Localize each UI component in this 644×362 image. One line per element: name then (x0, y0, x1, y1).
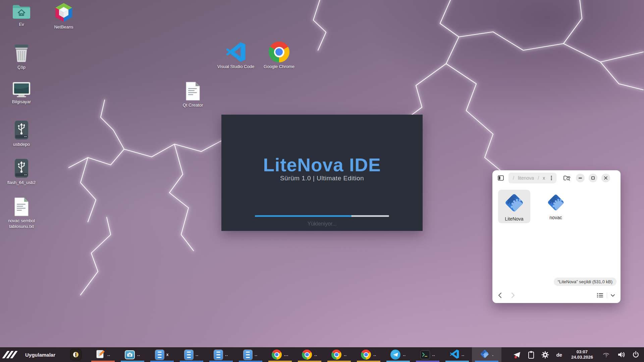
taskbar-window-chrome-3[interactable]: .. (324, 347, 354, 362)
taskbar-window-chrome-1[interactable]: ... (265, 347, 295, 362)
vscode-icon (450, 349, 459, 360)
taskbar-window-chrome-2[interactable]: .. (295, 347, 324, 362)
desktop-icon-trash[interactable]: Çöp (1, 44, 42, 70)
desktop-icon-computer[interactable]: Bilgisayar (1, 81, 42, 105)
folder-search-icon[interactable] (562, 173, 572, 183)
computer-icon (12, 81, 31, 98)
file-manager-body: LiteNova novac “LiteNova” (492, 186, 621, 288)
taskbar-window-files-3[interactable]: .. (206, 347, 236, 362)
desktop-icon-label: usbdepo (13, 142, 30, 147)
window-title: .. (255, 352, 258, 357)
taskbar-window-chrome-4[interactable]: .. (354, 347, 383, 362)
list-view-icon[interactable] (597, 293, 603, 298)
litenova-splash-screen: LiteNova IDE Sürüm 1.0 | Ultimate Editio… (221, 115, 423, 231)
desktop-icon-label: Bilgisayar (12, 99, 31, 105)
usb-drive-icon (13, 120, 30, 140)
minimize-button[interactable] (576, 174, 585, 182)
taskbar-window-vscode[interactable]: .. (442, 347, 472, 362)
desktop-icon-label: Visual Studio Code (217, 64, 254, 70)
desktop-icon-label: Ev (19, 22, 24, 27)
chevron-down-icon[interactable] (610, 294, 615, 297)
file-item-litenova[interactable]: LiteNova (498, 190, 530, 223)
window-indicator (239, 361, 262, 362)
window-indicator (386, 361, 410, 362)
text-editor-icon (96, 349, 105, 360)
window-title: .. (137, 352, 140, 357)
sidebar-toggle-button[interactable] (496, 173, 506, 183)
file-manager-headerbar[interactable]: / litenova / x (492, 170, 621, 186)
desktop-icon-flash64usb2[interactable]: flash_64_usb2 (1, 158, 42, 186)
document-icon (185, 81, 201, 101)
breadcrumb-segment-litenova[interactable]: litenova (518, 175, 534, 181)
window-title: .. (344, 352, 347, 357)
home-folder-icon (12, 4, 31, 20)
desktop: Ev NetBeans (0, 0, 644, 362)
taskbar-window-files-2[interactable]: .. (177, 347, 206, 362)
taskbar-window-terminal[interactable]: .. (413, 347, 442, 362)
window-list: .. .. x .. .. (88, 347, 501, 362)
desktop-icon-vscode[interactable]: Visual Studio Code (216, 42, 256, 70)
desktop-icon-home[interactable]: Ev (1, 4, 42, 27)
desktop-icon-qtcreator[interactable]: Qt Creator (173, 81, 213, 108)
breadcrumb-separator: / (538, 175, 539, 181)
distro-logo-icon[interactable] (5, 351, 15, 358)
splash-loading-text: Yükleniyor... (221, 221, 423, 227)
window-title: .. (196, 352, 199, 357)
close-button[interactable] (601, 174, 610, 182)
maximize-button[interactable] (589, 174, 597, 182)
splash-progressbar-fill (255, 215, 352, 217)
trash-icon (14, 44, 29, 63)
power-icon[interactable] (632, 351, 639, 358)
taskbar-window-screenshot[interactable]: .. (118, 347, 147, 362)
window-title: . (492, 352, 493, 357)
text-file-icon (13, 197, 30, 217)
files-icon (155, 350, 164, 360)
breadcrumb[interactable]: / litenova / x (508, 173, 556, 183)
taskbar-window-files-4[interactable]: .. (236, 347, 265, 362)
desktop-icon-novac-txt[interactable]: novac sembol tablosunu.txt (1, 197, 42, 230)
taskbar-window-text-editor[interactable]: .. (88, 347, 118, 362)
taskbar-window-litenova[interactable]: . (472, 347, 501, 362)
window-indicator (475, 361, 498, 362)
taskbar-window-telegram[interactable]: .. (383, 347, 413, 362)
svg-text:?: ? (605, 353, 608, 358)
kebab-menu-icon[interactable] (551, 175, 552, 181)
settings-gear-icon[interactable] (541, 351, 549, 359)
desktop-icon-label: flash_64_usb2 (7, 180, 36, 186)
window-indicator (327, 361, 351, 362)
breadcrumb-segment-x[interactable]: x (543, 175, 545, 181)
breadcrumb-root[interactable]: / (513, 175, 514, 181)
clock[interactable]: 03:07 24.03.2026 (571, 349, 593, 360)
back-button[interactable] (498, 292, 502, 298)
chrome-icon (269, 42, 289, 62)
window-title: ... (284, 352, 288, 357)
forward-button[interactable] (511, 292, 515, 298)
launcher-icon[interactable] (70, 349, 82, 360)
window-title: x (166, 352, 169, 357)
applications-menu-button[interactable]: Uygulamalar (25, 352, 55, 358)
window-indicator (357, 361, 380, 362)
window-indicator (445, 361, 469, 362)
clipboard-icon[interactable] (528, 351, 534, 359)
network-question-icon[interactable]: ? (602, 351, 610, 358)
chrome-icon (302, 350, 312, 360)
desktop-icon-usbdepo[interactable]: usbdepo (1, 120, 42, 147)
splash-subtitle: Sürüm 1.0 | Ultimate Edition (221, 175, 423, 182)
window-indicator (180, 361, 203, 362)
file-name: novac (549, 215, 562, 220)
window-indicator (91, 361, 115, 362)
files-icon (184, 350, 193, 360)
desktop-icon-chrome[interactable]: Google Chrome (259, 42, 299, 70)
file-item-novac[interactable]: novac (540, 190, 572, 222)
desktop-icon-label: novac sembol tablosunu.txt (1, 218, 42, 230)
window-indicator (268, 361, 292, 362)
telegram-tray-icon[interactable] (513, 351, 521, 358)
volume-icon[interactable] (617, 351, 625, 358)
taskbar-window-files-1[interactable]: x (147, 347, 177, 362)
camera-icon (125, 350, 135, 359)
file-name: LiteNova (505, 216, 523, 222)
window-indicator (121, 361, 144, 362)
divider (607, 292, 607, 298)
desktop-icon-netbeans[interactable]: NetBeans (44, 3, 84, 30)
keyboard-layout-indicator[interactable]: de (556, 352, 562, 358)
